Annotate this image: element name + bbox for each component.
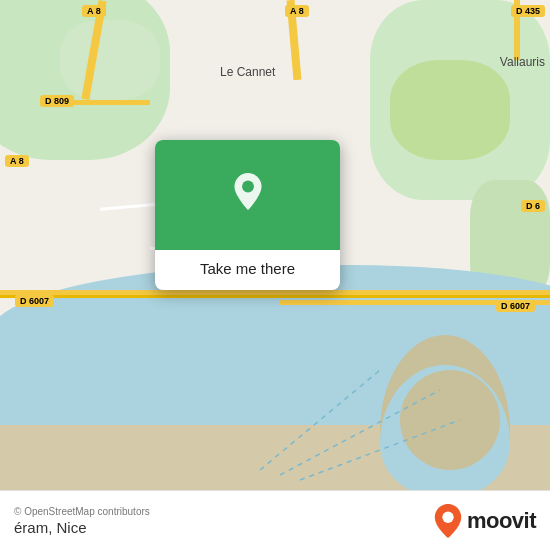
svg-point-4 (442, 511, 453, 522)
green-area (60, 20, 160, 100)
road-label-d435: D 435 (511, 5, 545, 17)
attribution-text: © OpenStreetMap contributors (14, 506, 150, 517)
road-label-d809: D 809 (40, 95, 74, 107)
moovit-brand-text: moovit (467, 508, 536, 534)
road-label-d6: D 6 (521, 200, 545, 212)
svg-point-3 (242, 181, 254, 193)
road-label-a8-tl: A 8 (82, 5, 106, 17)
city-label-vallauris: Vallauris (500, 55, 545, 69)
road-label-d6007-right: D 6007 (496, 300, 535, 312)
road-label-d6007-left: D 6007 (15, 295, 54, 307)
popup-label[interactable]: Take me there (155, 250, 340, 290)
moovit-logo: moovit (434, 504, 536, 538)
location-label: éram, Nice (14, 519, 150, 536)
bottom-left: © OpenStreetMap contributors éram, Nice (14, 506, 150, 536)
bottom-bar: © OpenStreetMap contributors éram, Nice … (0, 490, 550, 550)
location-pin-icon (226, 173, 270, 217)
popup-card: Take me there (155, 140, 340, 290)
green-area (390, 60, 510, 160)
peninsula-land (400, 370, 500, 470)
take-me-there-button[interactable]: Take me there (200, 260, 295, 277)
road-d6007-shadow (0, 295, 550, 298)
city-label-le-cannet: Le Cannet (220, 65, 275, 79)
popup-green-area (155, 140, 340, 250)
moovit-pin-icon (434, 504, 462, 538)
road-label-a8-tc: A 8 (285, 5, 309, 17)
road-label-a8-left: A 8 (5, 155, 29, 167)
map-container: D 6007 D 6007 A 8 A 8 D 435 D 809 A 8 Ca… (0, 0, 550, 550)
